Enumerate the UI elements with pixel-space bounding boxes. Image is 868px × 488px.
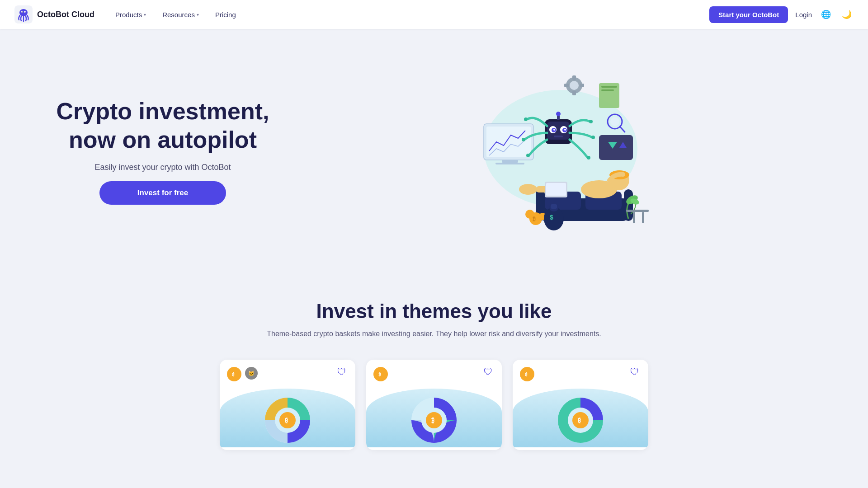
svg-point-39	[587, 156, 590, 160]
shield-icon: 🛡	[335, 367, 348, 380]
theme-toggle-button[interactable]: 🌙	[840, 8, 854, 21]
nav-links: Products ▾ Resources ▾ Pricing	[109, 7, 242, 22]
card-chart: ₿	[220, 389, 355, 447]
pie-chart: ₿	[260, 393, 315, 443]
nav-left: OctoBot Cloud Products ▾ Resources ▾ Pri…	[14, 5, 242, 23]
themes-subtitle: Theme-based crypto baskets make investin…	[36, 330, 832, 338]
logo-icon	[14, 5, 33, 23]
moon-icon: 🌙	[842, 10, 852, 19]
hero-section: Crypto investment, now on autopilot Easi…	[0, 29, 868, 264]
svg-rect-61	[551, 204, 557, 209]
svg-rect-18	[601, 86, 617, 88]
chevron-down-icon: ▾	[144, 12, 146, 17]
svg-point-38	[591, 136, 595, 139]
crypto-icon-2: 🐱	[245, 367, 258, 380]
svg-rect-14	[572, 91, 576, 95]
shield-icon: 🛡	[482, 367, 495, 380]
svg-text:₿: ₿	[578, 417, 581, 424]
svg-rect-54	[546, 183, 566, 196]
svg-point-33	[556, 112, 561, 116]
svg-text:₿: ₿	[285, 417, 288, 424]
svg-point-35	[522, 138, 525, 141]
theme-card[interactable]: ₿ 🛡 ₿	[513, 360, 648, 450]
svg-point-52	[519, 184, 537, 195]
logo-text: OctoBot Cloud	[37, 10, 94, 19]
svg-rect-19	[601, 89, 614, 91]
svg-text:₿: ₿	[533, 216, 536, 222]
navbar: OctoBot Cloud Products ▾ Resources ▾ Pri…	[0, 0, 868, 29]
pie-chart: ₿	[553, 393, 608, 443]
svg-text:$: $	[550, 214, 553, 221]
svg-point-36	[526, 154, 530, 157]
nav-resources[interactable]: Resources ▾	[156, 7, 205, 22]
card-header: ₿ 🐱 🛡	[220, 360, 355, 389]
svg-rect-31	[554, 136, 563, 137]
svg-rect-13	[572, 75, 576, 80]
card-chart: ₿	[366, 389, 502, 447]
hero-title: Crypto investment, now on autopilot	[36, 97, 289, 154]
svg-point-4	[22, 12, 23, 13]
svg-point-21	[610, 117, 619, 126]
theme-card[interactable]: ₿ 🐱 🛡	[220, 360, 355, 450]
language-button[interactable]: 🌐	[819, 8, 833, 21]
svg-rect-40	[599, 135, 633, 160]
nav-pricing[interactable]: Pricing	[209, 7, 242, 22]
card-crypto-icons: ₿	[520, 367, 534, 381]
globe-icon: 🌐	[821, 10, 831, 19]
card-chart: ₿	[513, 389, 648, 447]
card-crypto-icons: ₿	[373, 367, 388, 381]
svg-rect-15	[580, 84, 584, 87]
svg-point-37	[589, 120, 593, 123]
svg-point-12	[570, 81, 579, 90]
card-header: ₿ 🛡	[366, 360, 502, 389]
svg-rect-66	[633, 212, 635, 223]
hero-content: Crypto investment, now on autopilot Easi…	[36, 97, 289, 205]
svg-rect-65	[626, 210, 649, 212]
svg-point-29	[553, 129, 555, 131]
nav-right: Start your OctoBot Login 🌐 🌙	[709, 6, 854, 23]
themes-section: Invest in themes you like Theme-based cr…	[0, 264, 868, 468]
invest-free-button[interactable]: Invest for free	[99, 181, 226, 205]
svg-point-68	[231, 371, 238, 378]
svg-text:₿: ₿	[431, 417, 434, 424]
hero-subtitle: Easily invest your crypto with OctoBot	[36, 163, 289, 172]
svg-rect-10	[495, 163, 524, 164]
start-octobot-button[interactable]: Start your OctoBot	[709, 6, 788, 23]
svg-point-34	[524, 117, 528, 121]
svg-rect-8	[486, 127, 531, 157]
pie-chart: ₿	[407, 393, 461, 443]
crypto-icon-1: ₿	[520, 367, 534, 381]
svg-rect-9	[502, 160, 518, 163]
svg-rect-67	[642, 212, 644, 223]
chevron-down-icon: ▾	[197, 12, 199, 17]
theme-card[interactable]: ₿ 🛡 ₿	[366, 360, 502, 450]
svg-point-1	[19, 9, 28, 16]
svg-point-5	[25, 12, 26, 13]
nav-products[interactable]: Products ▾	[109, 7, 152, 22]
svg-point-30	[564, 129, 566, 131]
hero-illustration: ₿ $	[466, 65, 656, 237]
card-crypto-icons: ₿ 🐱	[227, 367, 258, 381]
themes-cards: ₿ 🐱 🛡	[36, 360, 832, 450]
logo-link[interactable]: OctoBot Cloud	[14, 5, 94, 23]
crypto-icon-1: ₿	[227, 367, 241, 381]
hero-illustration-area: ₿ $	[289, 65, 832, 237]
svg-rect-16	[564, 84, 569, 87]
crypto-icon-1: ₿	[373, 367, 388, 381]
themes-title: Invest in themes you like	[36, 300, 832, 323]
shield-icon: 🛡	[628, 367, 641, 380]
login-button[interactable]: Login	[795, 11, 812, 19]
card-header: ₿ 🛡	[513, 360, 648, 389]
svg-point-74	[377, 371, 384, 378]
svg-point-80	[524, 371, 531, 378]
